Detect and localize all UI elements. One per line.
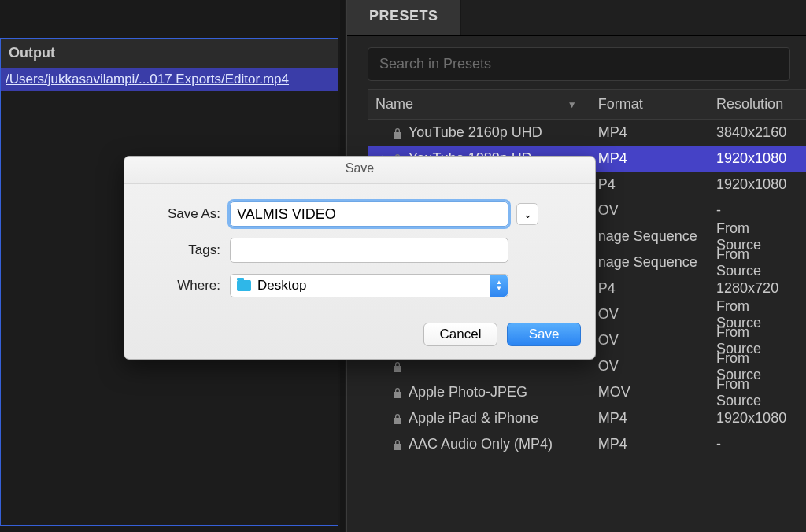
tabs-bar: PRESETS — [347, 0, 806, 36]
preset-format: P4 — [590, 173, 708, 196]
dialog-title: Save — [124, 157, 595, 184]
where-value: Desktop — [257, 278, 306, 294]
save-as-row: Save As: ⌄ — [148, 201, 571, 227]
preset-resolution: 1920x1080 — [708, 147, 806, 170]
preset-search-input[interactable]: Search in Presets — [368, 47, 790, 81]
column-header-resolution[interactable]: Resolution — [708, 90, 806, 119]
top-strip — [0, 0, 338, 38]
preset-format: OV — [590, 199, 708, 222]
lock-icon — [393, 439, 402, 450]
preset-format: MP4 — [590, 407, 708, 430]
folder-icon — [237, 280, 251, 291]
lock-icon — [393, 361, 402, 372]
chevron-down-icon: ⌄ — [523, 209, 532, 220]
tags-input[interactable] — [230, 238, 508, 263]
preset-name: AAC Audio Only (MP4) — [409, 436, 553, 453]
preset-name: Apple iPad & iPhone — [409, 410, 538, 427]
preset-name: Apple Photo-JPEG — [409, 384, 527, 401]
preset-table-header: Name ▼ Format Resolution — [368, 89, 806, 120]
tags-label: Tags: — [148, 242, 220, 258]
preset-format: MP4 — [590, 147, 708, 170]
save-as-input[interactable] — [230, 201, 508, 227]
preset-row[interactable]: Apple Photo-JPEGMOVFrom Source — [368, 379, 806, 405]
save-as-label: Save As: — [148, 206, 220, 222]
dialog-body: Save As: ⌄ Tags: Where: Desktop ▲▼ — [124, 184, 595, 315]
preset-resolution: 1920x1080 — [708, 407, 806, 430]
preset-format: nage Sequence — [590, 225, 708, 248]
preset-format: P4 — [590, 277, 708, 300]
preset-format: OV — [590, 355, 708, 378]
preset-resolution: - — [708, 433, 806, 456]
save-dialog: Save Save As: ⌄ Tags: Where: Desktop ▲▼ — [124, 156, 596, 360]
lock-icon — [393, 387, 402, 398]
expand-dialog-button[interactable]: ⌄ — [516, 203, 538, 225]
output-path-link[interactable]: /Users/jukkasavilampi/...017 Exports/Edi… — [1, 68, 338, 91]
lock-icon — [393, 413, 402, 424]
column-header-name-label: Name — [375, 96, 413, 113]
preset-format: OV — [590, 329, 708, 352]
preset-resolution: From Source — [708, 243, 806, 283]
preset-resolution: 1920x1080 — [708, 173, 806, 196]
column-header-name[interactable]: Name ▼ — [368, 90, 590, 119]
output-header: Output — [1, 39, 338, 68]
lock-icon — [393, 127, 402, 139]
preset-row[interactable]: YouTube 2160p UHDMP43840x2160 — [368, 120, 806, 146]
preset-resolution: 3840x2160 — [708, 121, 806, 144]
preset-row[interactable]: AAC Audio Only (MP4)MP4- — [368, 431, 806, 457]
preset-resolution: From Source — [708, 373, 806, 412]
preset-row[interactable]: Apple iPad & iPhoneMP41920x1080 — [368, 405, 806, 431]
cancel-button[interactable]: Cancel — [423, 323, 497, 346]
preset-format: nage Sequence — [590, 251, 708, 274]
save-button[interactable]: Save — [507, 323, 581, 346]
tab-presets[interactable]: PRESETS — [347, 0, 461, 35]
preset-format: OV — [590, 303, 708, 326]
dialog-footer: Cancel Save — [124, 315, 595, 359]
preset-format: MP4 — [590, 121, 708, 144]
preset-format: MOV — [590, 381, 708, 404]
where-select[interactable]: Desktop ▲▼ — [230, 274, 508, 297]
select-stepper-icon: ▲▼ — [490, 275, 508, 297]
preset-format: MP4 — [590, 433, 708, 456]
tags-row: Tags: — [148, 238, 571, 263]
where-row: Where: Desktop ▲▼ — [148, 274, 571, 297]
column-header-format[interactable]: Format — [590, 90, 708, 119]
where-label: Where: — [148, 278, 220, 294]
preset-name: YouTube 2160p UHD — [409, 124, 542, 141]
sort-arrow-icon: ▼ — [568, 99, 577, 110]
